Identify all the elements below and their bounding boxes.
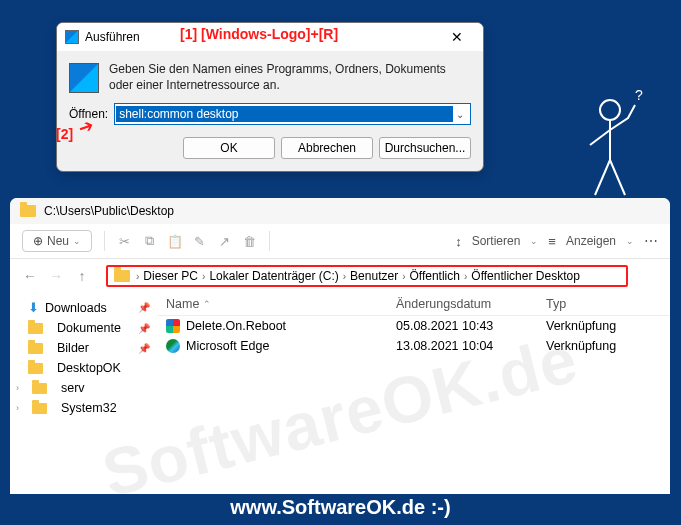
column-name[interactable]: Name⌃: [166, 297, 396, 311]
file-icon: [166, 319, 180, 333]
chevron-down-icon: ⌄: [530, 236, 538, 246]
crumb-item[interactable]: Lokaler Datenträger (C:): [209, 269, 338, 283]
separator: [104, 231, 105, 251]
sort-caret-icon: ⌃: [203, 299, 211, 309]
open-input-value[interactable]: shell:common desktop: [116, 106, 453, 122]
file-list: Name⌃ Änderungsdatum Typ Delete.On.Reboo…: [158, 293, 670, 449]
sidebar-item-label: System32: [61, 401, 117, 415]
sidebar: ⬇Downloads📌 Dokumente📌 Bilder📌 DesktopOK…: [10, 293, 158, 449]
sidebar-item-downloads[interactable]: ⬇Downloads📌: [10, 297, 158, 318]
run-input-row: Öffnen: shell:common desktop ⌄: [57, 93, 483, 133]
run-buttons: OK Abbrechen Durchsuchen...: [57, 133, 483, 171]
back-icon[interactable]: ←: [22, 268, 38, 284]
cut-icon[interactable]: ✂: [117, 234, 132, 249]
sidebar-item-label: serv: [61, 381, 85, 395]
copy-icon[interactable]: ⧉: [142, 233, 157, 249]
explorer-toolbar: ⊕ Neu ⌄ ✂ ⧉ 📋 ✎ ↗ 🗑 ↕ Sortieren ⌄ ≡ Anze…: [10, 224, 670, 259]
pin-icon: 📌: [138, 323, 150, 334]
chevron-right-icon: ›: [464, 271, 467, 282]
annotation-1: [1] [Windows-Logo]+[R]: [180, 26, 338, 42]
ok-button[interactable]: OK: [183, 137, 275, 159]
crumb-item[interactable]: Dieser PC: [143, 269, 198, 283]
svg-line-2: [595, 160, 610, 195]
sort-button[interactable]: Sortieren: [472, 234, 521, 248]
explorer-body: ⬇Downloads📌 Dokumente📌 Bilder📌 DesktopOK…: [10, 293, 670, 449]
sort-icon[interactable]: ↕: [455, 234, 462, 249]
crumb-item[interactable]: Benutzer: [350, 269, 398, 283]
forward-icon[interactable]: →: [48, 268, 64, 284]
svg-point-0: [600, 100, 620, 120]
run-description: Geben Sie den Namen eines Programms, Ord…: [109, 61, 471, 93]
run-body: Geben Sie den Namen eines Programms, Ord…: [57, 51, 483, 93]
view-icon[interactable]: ≡: [548, 234, 556, 249]
folder-icon: [28, 363, 43, 374]
more-icon[interactable]: ⋯: [644, 233, 658, 249]
share-icon[interactable]: ↗: [217, 234, 232, 249]
crumb-item[interactable]: Öffentlicher Desktop: [471, 269, 580, 283]
pin-icon: 📌: [138, 302, 150, 313]
document-icon: [28, 323, 43, 334]
file-name: Microsoft Edge: [186, 339, 269, 353]
new-label: Neu: [47, 234, 69, 248]
up-icon[interactable]: ↑: [74, 268, 90, 284]
folder-icon: [114, 270, 130, 282]
explorer-nav: ← → ↑ › Dieser PC › Lokaler Datenträger …: [10, 259, 670, 293]
plus-icon: ⊕: [33, 234, 43, 248]
run-body-icon: [69, 63, 99, 93]
chevron-right-icon: ›: [202, 271, 205, 282]
chevron-right-icon: ›: [136, 271, 139, 282]
sidebar-item-serv[interactable]: ›serv: [10, 378, 158, 398]
separator: [269, 231, 270, 251]
run-dialog: Ausführen ✕ Geben Sie den Namen eines Pr…: [56, 22, 484, 172]
sidebar-item-system32[interactable]: ›System32: [10, 398, 158, 418]
chevron-right-icon: ›: [343, 271, 346, 282]
browse-button[interactable]: Durchsuchen...: [379, 137, 471, 159]
new-button[interactable]: ⊕ Neu ⌄: [22, 230, 92, 252]
file-row[interactable]: Microsoft Edge 13.08.2021 10:04 Verknüpf…: [158, 336, 670, 356]
crumb-item[interactable]: Öffentlich: [409, 269, 459, 283]
file-name: Delete.On.Reboot: [186, 319, 286, 333]
rename-icon[interactable]: ✎: [192, 234, 207, 249]
edge-icon: [166, 339, 180, 353]
footer-text: www.SoftwareOK.de :-): [0, 496, 681, 519]
thinking-figure-icon: ?: [565, 90, 655, 214]
view-button[interactable]: Anzeigen: [566, 234, 616, 248]
sidebar-item-pictures[interactable]: Bilder📌: [10, 338, 158, 358]
file-row[interactable]: Delete.On.Reboot 05.08.2021 10:43 Verknü…: [158, 316, 670, 336]
sidebar-item-label: DesktopOK: [57, 361, 121, 375]
svg-text:?: ?: [635, 90, 643, 103]
svg-line-4: [590, 130, 610, 145]
folder-icon: [32, 383, 47, 394]
run-title: Ausführen: [85, 30, 140, 44]
explorer-title: C:\Users\Public\Desktop: [44, 204, 174, 218]
file-type: Verknüpfung: [546, 339, 656, 353]
sidebar-item-label: Downloads: [45, 301, 107, 315]
column-date[interactable]: Änderungsdatum: [396, 297, 546, 311]
chevron-right-icon: ›: [16, 383, 26, 393]
cancel-button[interactable]: Abbrechen: [281, 137, 373, 159]
file-date: 13.08.2021 10:04: [396, 339, 546, 353]
pin-icon: 📌: [138, 343, 150, 354]
sidebar-item-documents[interactable]: Dokumente📌: [10, 318, 158, 338]
chevron-down-icon[interactable]: ⌄: [454, 109, 466, 120]
breadcrumb[interactable]: › Dieser PC › Lokaler Datenträger (C:) ›…: [106, 265, 628, 287]
column-type[interactable]: Typ: [546, 297, 656, 311]
file-date: 05.08.2021 10:43: [396, 319, 546, 333]
annotation-2: [2]: [56, 126, 73, 142]
chevron-right-icon: ›: [402, 271, 405, 282]
paste-icon[interactable]: 📋: [167, 234, 182, 249]
chevron-down-icon: ⌄: [73, 236, 81, 246]
close-icon[interactable]: ✕: [439, 29, 475, 45]
chevron-right-icon: ›: [16, 403, 26, 413]
svg-line-3: [610, 160, 625, 195]
download-icon: ⬇: [28, 300, 39, 315]
sidebar-item-label: Dokumente: [57, 321, 121, 335]
explorer-titlebar: C:\Users\Public\Desktop: [10, 198, 670, 224]
sidebar-item-label: Bilder: [57, 341, 89, 355]
file-list-header: Name⌃ Änderungsdatum Typ: [158, 293, 670, 316]
column-label: Name: [166, 297, 199, 311]
open-combobox[interactable]: shell:common desktop ⌄: [114, 103, 471, 125]
folder-icon: [20, 205, 36, 217]
delete-icon[interactable]: 🗑: [242, 234, 257, 249]
sidebar-item-desktopok[interactable]: DesktopOK: [10, 358, 158, 378]
